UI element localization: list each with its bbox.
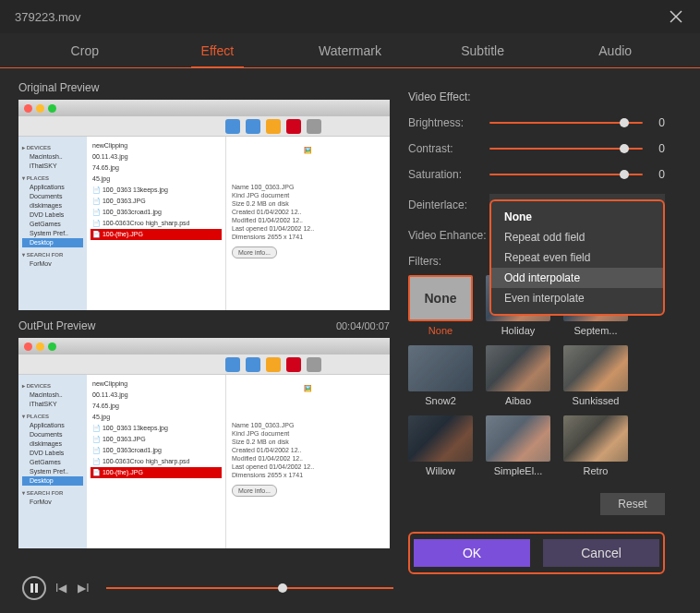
- deinterlace-opt-repeat-even[interactable]: Repeat even field: [491, 247, 663, 268]
- prev-button[interactable]: I◀: [54, 582, 68, 595]
- saturation-slider[interactable]: [489, 174, 643, 175]
- filter-simple[interactable]: SimpleEl...: [486, 415, 550, 476]
- brightness-value: 0: [652, 116, 665, 129]
- brightness-slider[interactable]: [489, 122, 643, 124]
- next-button[interactable]: ▶I: [76, 582, 91, 595]
- preview-details: 🖼️ Name 100_0363.JPGKind JPG documentSiz…: [225, 137, 390, 310]
- contrast-label: Contrast:: [408, 142, 489, 155]
- output-preview: ▸ DEVICESMacintosh..iThatSKY ▾ PLACESApp…: [18, 338, 390, 548]
- tab-crop[interactable]: Crop: [18, 33, 151, 67]
- deinterlace-dropdown: None Repeat odd field Repeat even field …: [489, 199, 665, 316]
- filter-sunkissed[interactable]: Sunkissed: [563, 345, 628, 406]
- contrast-value: 0: [652, 142, 665, 155]
- action-buttons: OK Cancel: [408, 532, 665, 574]
- cancel-button[interactable]: Cancel: [543, 539, 659, 567]
- titlebar: 379223.mov: [0, 0, 700, 33]
- video-enhance-label: Video Enhance:: [408, 229, 489, 242]
- svg-rect-3: [35, 583, 38, 593]
- brightness-label: Brightness:: [408, 116, 489, 129]
- contrast-slider[interactable]: [489, 148, 643, 150]
- deinterlace-opt-none[interactable]: None: [491, 207, 663, 227]
- svg-rect-2: [30, 583, 33, 593]
- video-effect-label: Video Effect:: [408, 90, 665, 103]
- deinterlace-opt-odd-interpolate[interactable]: Odd interpolate: [491, 268, 663, 288]
- deinterlace-opt-even-interpolate[interactable]: Even interpolate: [491, 288, 663, 308]
- filter-retro[interactable]: Retro: [563, 415, 628, 476]
- pause-button[interactable]: [22, 576, 46, 600]
- filter-snow2[interactable]: Snow2: [408, 345, 473, 406]
- tab-watermark[interactable]: Watermark: [284, 33, 416, 67]
- deinterlace-opt-repeat-odd[interactable]: Repeat odd field: [491, 227, 663, 247]
- timeline-slider[interactable]: [106, 587, 393, 589]
- filter-willow[interactable]: Willow: [408, 415, 473, 476]
- saturation-value: 0: [652, 168, 665, 181]
- deinterlace-label: Deinterlace:: [408, 198, 489, 211]
- original-preview: ▸ DEVICESMacintosh..iThatSKY ▾ PLACESApp…: [18, 100, 390, 310]
- time-display: 00:04/00:07: [336, 320, 390, 331]
- filter-none[interactable]: NoneNone: [408, 275, 473, 336]
- tab-bar: Crop Effect Watermark Subtitle Audio: [0, 33, 700, 68]
- player-controls: I◀ ▶I: [22, 576, 393, 600]
- saturation-label: Saturation:: [408, 168, 489, 181]
- preview-sidebar: ▸ DEVICESMacintosh..iThatSKY ▾ PLACESApp…: [18, 137, 87, 310]
- original-preview-label: Original Preview: [18, 81, 390, 94]
- preview-filelist: newClipping00.11.43.jpg74.65.jpg45.jpg 📄…: [87, 137, 225, 310]
- tab-effect[interactable]: Effect: [151, 33, 284, 67]
- close-icon[interactable]: [667, 7, 685, 26]
- tab-audio[interactable]: Audio: [549, 33, 682, 67]
- tab-subtitle[interactable]: Subtitle: [416, 33, 549, 67]
- output-preview-label: OutPut Preview: [18, 319, 95, 332]
- window-title: 379223.mov: [15, 10, 81, 24]
- ok-button[interactable]: OK: [414, 539, 530, 567]
- reset-button[interactable]: Reset: [600, 493, 665, 515]
- filter-aibao[interactable]: Aibao: [486, 345, 550, 406]
